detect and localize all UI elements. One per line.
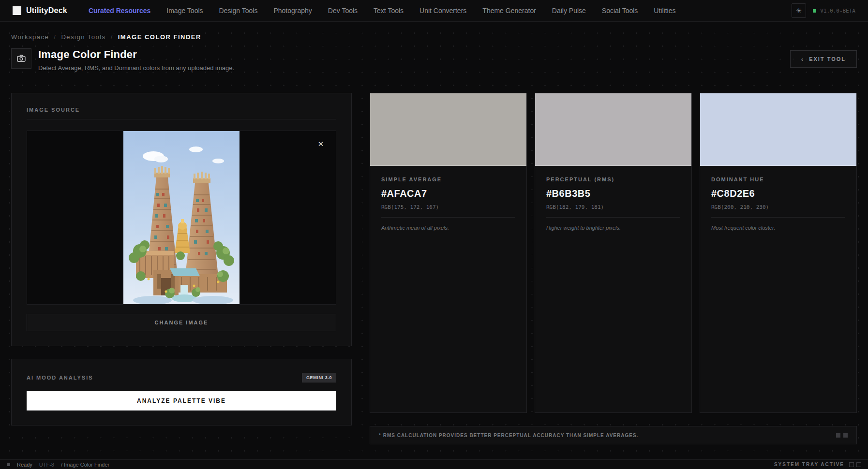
content: IMAGE SOURCE: [11, 93, 857, 444]
remove-image-button[interactable]: ✕: [314, 138, 327, 150]
analyze-palette-vibe-button[interactable]: ANALYZE PALETTE VIBE: [27, 391, 336, 410]
encoding-label: UTF-8: [39, 462, 54, 468]
nav-item-daily-pulse[interactable]: Daily Pulse: [552, 7, 586, 15]
nav-item-photography[interactable]: Photography: [273, 7, 312, 15]
rgb-value: RGB(175, 172, 167): [381, 204, 515, 210]
ready-label: Ready: [17, 462, 32, 468]
brand-name: UtilityDeck: [26, 6, 67, 15]
breadcrumb-separator: /: [54, 33, 56, 41]
hex-value: #AFACA7: [381, 188, 515, 199]
ai-mood-panel: AI MOOD ANALYSIS GEMINI 3.0 ANALYZE PALE…: [11, 359, 352, 425]
status-dot-icon: [813, 9, 816, 13]
breadcrumb: Workspace/Design Tools/IMAGE COLOR FINDE…: [11, 22, 857, 41]
version-indicator: V1.0.0-BETA: [813, 8, 855, 14]
card-dominant-hue: DOMINANT HUE #C8D2E6 RGB(200, 210, 230) …: [700, 93, 857, 413]
color-swatch: [535, 93, 691, 166]
nav-item-utilities[interactable]: Utilities: [654, 7, 675, 15]
nav-item-dev-tools[interactable]: Dev Tools: [328, 7, 358, 15]
footnote-text: * RMS CALCULATION PROVIDES BETTER PERCEP…: [379, 433, 638, 438]
image-preview-box: ✕: [27, 131, 336, 305]
camera-icon: [11, 48, 31, 69]
footnote-squares-icon: [836, 433, 848, 438]
image-source-panel: IMAGE SOURCE: [11, 93, 352, 346]
breadcrumb-item[interactable]: Design Tools: [61, 33, 105, 41]
exit-tool-button[interactable]: ‹ EXIT TOOL: [790, 50, 857, 68]
nav-item-curated-resources[interactable]: Curated Resources: [89, 7, 150, 15]
ready-dot-icon: [7, 463, 10, 466]
breadcrumb-item: IMAGE COLOR FINDER: [118, 33, 201, 41]
nav-item-image-tools[interactable]: Image Tools: [166, 7, 203, 15]
theme-toggle-button[interactable]: ☀: [792, 3, 806, 18]
top-nav: UtilityDeck Curated ResourcesImage Tools…: [0, 0, 868, 22]
brand-logo-icon: [13, 6, 21, 15]
card-description: Higher weight to brighter pixels.: [546, 225, 680, 231]
rgb-value: RGB(200, 210, 230): [711, 204, 845, 210]
card-description: Arithmetic mean of all pixels.: [381, 225, 515, 231]
brand[interactable]: UtilityDeck: [13, 6, 67, 15]
exit-tool-label: EXIT TOOL: [809, 56, 846, 62]
close-icon: ✕: [318, 140, 324, 148]
nav-item-unit-converters[interactable]: Unit Converters: [419, 7, 466, 15]
system-tray-label: SYSTEM TRAY ACTIVE: [774, 462, 844, 467]
nav-right: ☀ V1.0.0-BETA: [792, 3, 855, 18]
divider: [381, 217, 515, 218]
breadcrumb-item[interactable]: Workspace: [11, 33, 49, 41]
nav-links: Curated ResourcesImage ToolsDesign Tools…: [89, 7, 792, 15]
page-title: Image Color Finder: [38, 48, 234, 61]
page-subtitle: Detect Average, RMS, and Dominant colors…: [38, 64, 234, 72]
page-header: Image Color Finder Detect Average, RMS, …: [11, 48, 857, 72]
nav-item-theme-generator[interactable]: Theme Generator: [482, 7, 536, 15]
change-image-button[interactable]: CHANGE IMAGE: [27, 314, 336, 331]
results-column: SIMPLE AVERAGE #AFACA7 RGB(175, 172, 167…: [370, 93, 857, 444]
divider: [546, 217, 680, 218]
card-simple-average: SIMPLE AVERAGE #AFACA7 RGB(175, 172, 167…: [370, 93, 527, 413]
nav-item-design-tools[interactable]: Design Tools: [219, 7, 258, 15]
color-swatch: [700, 93, 856, 166]
hex-value: #B6B3B5: [546, 188, 680, 199]
image-source-label: IMAGE SOURCE: [27, 107, 336, 113]
card-perceptual-rms: PERCEPTUAL (RMS) #B6B3B5 RGB(182, 179, 1…: [535, 93, 692, 413]
sun-icon: ☀: [796, 7, 802, 15]
rgb-value: RGB(182, 179, 181): [546, 204, 680, 210]
active-tool-label: / Image Color Finder: [61, 462, 109, 468]
gemini-badge: GEMINI 3.0: [302, 373, 336, 382]
tray-icons[interactable]: [849, 462, 861, 467]
chevron-left-icon: ‹: [801, 56, 804, 63]
version-label: V1.0.0-BETA: [820, 8, 855, 14]
nav-item-text-tools[interactable]: Text Tools: [374, 7, 404, 15]
divider: [27, 119, 336, 119]
divider: [711, 217, 845, 218]
card-label: DOMINANT HUE: [711, 176, 845, 182]
color-swatch: [370, 93, 526, 166]
workspace: Workspace/Design Tools/IMAGE COLOR FINDE…: [0, 22, 868, 459]
uploaded-image: [123, 131, 239, 304]
card-description: Most frequent color cluster.: [711, 225, 845, 231]
rms-footnote: * RMS CALCULATION PROVIDES BETTER PERCEP…: [370, 426, 857, 444]
page-title-block: Image Color Finder Detect Average, RMS, …: [38, 48, 234, 72]
card-label: SIMPLE AVERAGE: [381, 176, 515, 182]
breadcrumb-separator: /: [111, 33, 113, 41]
left-column: IMAGE SOURCE: [11, 93, 352, 444]
ai-mood-label: AI MOOD ANALYSIS: [27, 375, 93, 381]
hex-value: #C8D2E6: [711, 188, 845, 199]
card-label: PERCEPTUAL (RMS): [546, 176, 680, 182]
nav-item-social-tools[interactable]: Social Tools: [602, 7, 638, 15]
color-cards: SIMPLE AVERAGE #AFACA7 RGB(175, 172, 167…: [370, 93, 857, 413]
status-bar: Ready UTF-8 / Image Color Finder SYSTEM …: [0, 459, 868, 469]
